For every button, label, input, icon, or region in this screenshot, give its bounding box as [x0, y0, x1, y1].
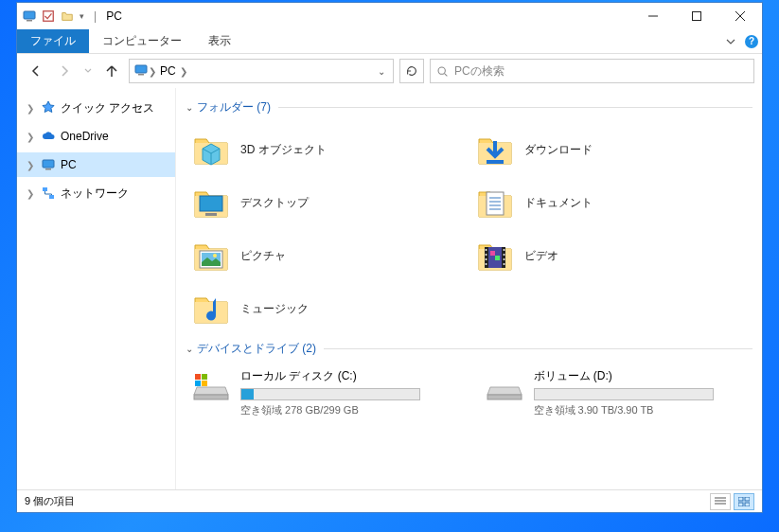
- ribbon: ファイル コンピューター 表示 ?: [17, 29, 762, 54]
- svg-rect-1: [27, 20, 32, 22]
- search-box[interactable]: PCの検索: [430, 59, 754, 83]
- folder-item[interactable]: デスクトップ: [186, 176, 469, 229]
- svg-line-10: [445, 73, 448, 76]
- folder-item[interactable]: ビデオ: [469, 229, 753, 282]
- folder-label: ドキュメント: [524, 195, 593, 211]
- folder-label: ピクチャ: [240, 248, 286, 264]
- qat-properties-icon[interactable]: [40, 8, 57, 25]
- qat-dropdown-icon[interactable]: ▾: [78, 11, 86, 21]
- close-button[interactable]: [718, 3, 762, 29]
- recent-locations-button[interactable]: [81, 60, 95, 82]
- tree-item-cloud[interactable]: ❯OneDrive: [17, 124, 175, 149]
- svg-point-25: [213, 254, 217, 257]
- group-header-drives-label: デバイスとドライブ (2): [197, 341, 316, 357]
- folder-label: ミュージック: [240, 301, 309, 317]
- drive-icon: [191, 368, 231, 402]
- tree-item-monitor[interactable]: ❯PC: [17, 152, 175, 177]
- folder-item[interactable]: ドキュメント: [469, 176, 753, 229]
- drive-usage-bar: [534, 388, 714, 400]
- drive-name: ボリューム (D:): [534, 368, 748, 384]
- svg-point-9: [438, 67, 445, 74]
- drive-name: ローカル ディスク (C:): [240, 368, 454, 384]
- expand-chevron-icon[interactable]: ❯: [27, 160, 36, 170]
- svg-point-29: [485, 249, 487, 251]
- tree-item-star[interactable]: ❯クイック アクセス: [17, 96, 175, 120]
- drive-item[interactable]: ボリューム (D:)空き領域 3.90 TB/3.90 TB: [479, 364, 753, 421]
- ribbon-file-tab[interactable]: ファイル: [17, 29, 89, 53]
- monitor-icon: [40, 156, 57, 173]
- up-button[interactable]: [100, 60, 123, 82]
- tree-item-label: OneDrive: [61, 130, 109, 143]
- drive-free-text: 空き領域 3.90 TB/3.90 TB: [534, 403, 748, 417]
- svg-point-33: [503, 249, 505, 251]
- drive-free-text: 空き領域 278 GB/299 GB: [240, 403, 454, 417]
- address-monitor-icon: [133, 62, 149, 80]
- group-header-drives[interactable]: ⌄ デバイスとドライブ (2): [186, 341, 752, 357]
- svg-rect-11: [43, 160, 54, 168]
- svg-rect-8: [138, 74, 144, 76]
- svg-point-32: [485, 263, 487, 265]
- chevron-right-icon[interactable]: ❯: [149, 66, 156, 77]
- svg-rect-43: [202, 381, 207, 386]
- expand-chevron-icon[interactable]: ❯: [27, 132, 36, 142]
- svg-rect-44: [487, 395, 522, 399]
- address-bar[interactable]: ❯ PC ❯ ⌄: [129, 59, 394, 83]
- svg-rect-51: [745, 503, 750, 506]
- address-history-dropdown[interactable]: ⌄: [374, 66, 389, 77]
- folder-item[interactable]: ミュージック: [186, 282, 469, 335]
- svg-rect-0: [24, 11, 35, 19]
- svg-rect-49: [745, 497, 750, 501]
- expand-chevron-icon[interactable]: ❯: [27, 103, 36, 114]
- folder-item[interactable]: ピクチャ: [186, 229, 469, 282]
- ribbon-expand-icon[interactable]: [720, 29, 741, 53]
- status-item-count: 9 個の項目: [25, 494, 75, 508]
- minimize-button[interactable]: [631, 3, 675, 29]
- search-icon: [436, 65, 449, 78]
- explorer-window: ▾ | PC ファイル コンピューター 表示 ? ❯ PC ❯ ⌄: [16, 2, 763, 513]
- folder-item[interactable]: ダウンロード: [469, 123, 753, 176]
- group-header-folders[interactable]: ⌄ フォルダー (7): [186, 99, 752, 115]
- svg-rect-16: [200, 196, 222, 211]
- folder-cube-icon: [191, 130, 231, 169]
- help-icon: ?: [745, 35, 758, 48]
- forward-button[interactable]: [53, 60, 76, 82]
- svg-rect-41: [202, 374, 207, 380]
- ribbon-tab-computer[interactable]: コンピューター: [89, 29, 195, 53]
- svg-point-31: [485, 258, 487, 260]
- details-view-button[interactable]: [710, 493, 731, 510]
- folder-document-icon: [475, 183, 515, 222]
- svg-rect-48: [738, 497, 743, 501]
- status-bar: 9 個の項目: [17, 489, 762, 512]
- maximize-button[interactable]: [675, 3, 718, 29]
- refresh-button[interactable]: [399, 59, 424, 83]
- folder-picture-icon: [191, 236, 231, 275]
- expand-chevron-icon[interactable]: ❯: [27, 188, 36, 199]
- window-title: PC: [106, 9, 122, 23]
- breadcrumb-pc[interactable]: PC: [156, 64, 180, 78]
- cloud-icon: [40, 128, 57, 145]
- folder-download-icon: [475, 130, 515, 169]
- content-pane: ⌄ フォルダー (7) 3D オブジェクトダウンロードデスクトップドキュメントピ…: [176, 88, 762, 489]
- chevron-right-icon[interactable]: ❯: [180, 66, 187, 77]
- folder-item[interactable]: 3D オブジェクト: [186, 123, 469, 176]
- network-icon: [40, 185, 57, 202]
- title-bar: ▾ | PC: [17, 3, 762, 29]
- help-button[interactable]: ?: [741, 29, 762, 53]
- drive-item[interactable]: ローカル ディスク (C:)空き領域 278 GB/299 GB: [186, 364, 460, 421]
- star-icon: [40, 99, 57, 116]
- navigation-bar: ❯ PC ❯ ⌄ PCの検索: [17, 54, 762, 88]
- svg-rect-13: [43, 187, 47, 191]
- tree-item-network[interactable]: ❯ネットワーク: [17, 181, 175, 205]
- svg-rect-7: [135, 65, 147, 73]
- tiles-view-button[interactable]: [734, 493, 754, 510]
- back-button[interactable]: [25, 60, 47, 82]
- drive-usage-bar: [240, 388, 420, 400]
- svg-rect-2: [44, 11, 54, 22]
- qat-newfolder-icon[interactable]: [59, 8, 76, 25]
- ribbon-tab-view[interactable]: 表示: [195, 29, 244, 53]
- svg-rect-37: [490, 251, 495, 256]
- svg-rect-18: [487, 192, 504, 215]
- svg-rect-12: [45, 168, 51, 170]
- tree-item-label: ネットワーク: [61, 186, 129, 202]
- folder-desktop-icon: [191, 183, 231, 222]
